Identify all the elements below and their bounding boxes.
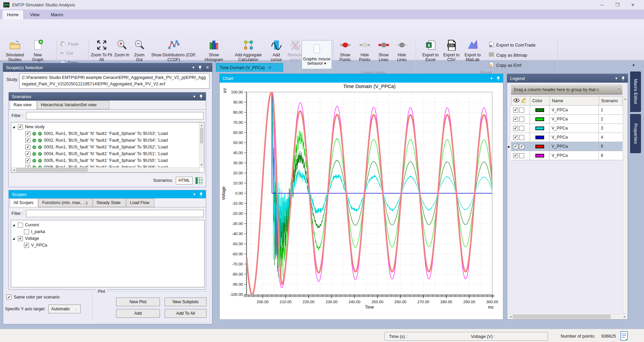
close-button[interactable]: ✕	[625, 0, 641, 10]
add-aggregate-calculation-button[interactable]: Add Aggregate Calculation	[229, 39, 267, 62]
show-lines-button[interactable]: Show Lines	[375, 39, 392, 62]
expander-icon[interactable]: ◢	[12, 237, 16, 240]
pen-checkbox[interactable]	[519, 117, 524, 122]
new-study-checkbox[interactable]	[18, 124, 23, 130]
legend-row-selected[interactable]: V_PPCa 5	[511, 142, 622, 151]
new-graph-button[interactable]: New Graph	[28, 39, 47, 62]
tab-functions[interactable]: Functions (min, max, ...)	[38, 198, 92, 207]
visibility-checkbox[interactable]	[513, 153, 518, 158]
zoom-to-fit-all-button[interactable]: Zoom To Fit All	[90, 39, 113, 62]
cut-button[interactable]: ✂ Cut	[60, 50, 73, 56]
scopes-filter-input[interactable]	[26, 210, 204, 217]
tree-row-scenario[interactable]: 0002, Run1, 'BUS_fault' 'N' 'fault1' 'Fa…	[12, 137, 203, 144]
scenarios-excel-icon[interactable]	[195, 177, 202, 184]
panel-dropdown-icon[interactable]: ▾	[193, 94, 195, 99]
export-to-comtrade-button[interactable]: Export to ComTrade	[488, 41, 536, 48]
scenarios-filter-input[interactable]	[26, 112, 204, 119]
tree-row-scenario[interactable]: 0001, Run1, 'BUS_fault' 'N' 'fault1' 'Fa…	[12, 130, 203, 137]
add-button[interactable]: Add	[116, 309, 160, 318]
tab-hierarchical-variationset-view[interactable]: Hierarchical VariationSet view	[37, 101, 109, 109]
pin-icon[interactable]	[199, 192, 203, 197]
legend-row[interactable]: V_PPCa 2	[511, 115, 622, 124]
legend-row[interactable]: V_PPCa 4	[511, 133, 622, 142]
copy-as-emf-button[interactable]: EMF Copy as Emf	[488, 62, 521, 68]
tab-load-flow[interactable]: Load Flow	[126, 198, 155, 207]
report-icon[interactable]	[620, 331, 628, 342]
tree-row-scenario[interactable]: 0004, Run1, 'BUS_fault' 'N' 'fault1' 'Fa…	[12, 150, 203, 157]
expander-icon[interactable]: ◢	[12, 223, 16, 227]
panel-dropdown-icon[interactable]: ▾	[193, 192, 195, 197]
copy-as-bitmap-button[interactable]: BMP Copy as Bitmap	[488, 52, 527, 58]
current-checkbox[interactable]	[18, 223, 23, 228]
time-domain-chart[interactable]: Time Domain (V_PPCa)kVVoltage-100.00-90.…	[220, 83, 503, 319]
tab-properties[interactable]: Properties	[630, 114, 641, 153]
pen-checkbox[interactable]	[519, 153, 524, 158]
pencil-icon[interactable]	[521, 98, 526, 104]
horizontal-scrollbar[interactable]: ◄	[11, 167, 200, 172]
zoom-in-button[interactable]: Zoom In	[114, 39, 130, 57]
legend-row[interactable]: V_PPCa 6	[511, 151, 622, 160]
hide-points-button[interactable]: Hide Points	[356, 39, 374, 62]
tab-steady-state[interactable]: Steady State	[93, 198, 126, 207]
legend-hscrollbar[interactable]: ◄ ►	[508, 314, 627, 319]
y-axis-target-select[interactable]: Automatic ⌄	[48, 305, 81, 313]
new-subplots-button[interactable]: New Subplots	[165, 297, 206, 306]
eye-icon[interactable]	[513, 98, 520, 104]
pen-checkbox[interactable]	[519, 126, 524, 131]
i-parka-checkbox[interactable]	[24, 229, 29, 234]
collapse-icon[interactable]: ^	[618, 88, 620, 92]
hide-lines-button[interactable]: Hide Lines	[393, 39, 410, 62]
visibility-checkbox[interactable]	[513, 117, 518, 122]
tab-view[interactable]: View	[24, 10, 45, 19]
maximize-button[interactable]: ❐	[610, 0, 625, 10]
pen-checkbox[interactable]	[519, 135, 524, 140]
column-header-color[interactable]: Color	[530, 96, 550, 105]
tab-macro-editor[interactable]: Macro Editor	[630, 72, 641, 112]
visibility-checkbox[interactable]	[513, 126, 518, 131]
show-points-button[interactable]: Show Points	[336, 39, 354, 62]
panel-dropdown-icon[interactable]: ▾	[192, 65, 194, 70]
tab-close-icon[interactable]: ✕	[268, 65, 272, 70]
add-cursor-button[interactable]: Add cursor	[269, 39, 284, 62]
v-ppca-checkbox[interactable]	[24, 243, 29, 248]
visibility-checkbox[interactable]	[513, 108, 518, 113]
paste-button[interactable]: Paste	[60, 41, 79, 48]
tree-row-voltage[interactable]: ◢Voltage	[12, 235, 203, 242]
column-header-scenario[interactable]: Scenario	[599, 96, 623, 105]
scenarios-html-button[interactable]: HTML	[176, 177, 193, 184]
legend-row[interactable]: V_PPCa 1	[511, 106, 622, 115]
new-plot-button[interactable]: New Plot	[116, 297, 160, 306]
pin-icon[interactable]	[497, 76, 500, 81]
scenario-checkbox[interactable]	[25, 131, 30, 136]
tree-row-v-ppca[interactable]: V_PPCa	[12, 242, 203, 249]
graphic-mouse-behavior-button[interactable]: Graphic mouse behavior ▾	[302, 40, 332, 69]
group-by-hint[interactable]: Drag a column header here to group by th…	[511, 85, 622, 95]
legend-row[interactable]: V_PPCa 3	[511, 124, 622, 133]
pin-icon[interactable]	[198, 65, 202, 70]
tree-row-scenario[interactable]: 0003, Run1, 'BUS_fault' 'N' 'fault1' 'Fa…	[12, 144, 203, 150]
show-distributions-button[interactable]: Show Distributions (CDF, CCDF)	[149, 39, 198, 62]
study-path-field[interactable]: C:\Parametric Studio EMTP\EPRI example C…	[19, 73, 209, 89]
tree-row-scenario[interactable]: 0005, Run1, 'BUS_fault' 'N' 'fault1' 'Fa…	[12, 157, 203, 164]
pen-checkbox[interactable]	[519, 144, 524, 149]
minimize-button[interactable]: ─	[594, 0, 610, 10]
tree-row-i-parka[interactable]: I_parka	[12, 228, 203, 235]
column-header-name[interactable]: Name	[550, 96, 599, 105]
tab-macro[interactable]: Macro	[46, 10, 68, 19]
scenario-checkbox[interactable]	[25, 145, 30, 150]
close-panel-icon[interactable]: ✕	[206, 65, 209, 70]
add-to-all-button[interactable]: Add To All	[165, 309, 206, 318]
pin-icon[interactable]	[621, 76, 625, 81]
pin-icon[interactable]	[199, 94, 203, 99]
simulated-studies-button[interactable]: Simulated Studies	[3, 39, 27, 62]
panel-dropdown-icon[interactable]: ▾	[615, 76, 617, 81]
scenario-checkbox[interactable]	[25, 138, 30, 143]
export-to-excel-button[interactable]: X Export to Excel	[420, 39, 441, 62]
scenario-checkbox[interactable]	[25, 158, 30, 163]
export-to-matlab-button[interactable]: Export to MatLab	[462, 39, 483, 62]
same-color-checkbox[interactable]	[6, 294, 11, 300]
tab-raw-view[interactable]: Raw view	[10, 101, 37, 109]
export-to-csv-button[interactable]: CSV Export to CSV	[442, 39, 461, 62]
visibility-checkbox[interactable]	[513, 144, 518, 149]
tab-all-scopes[interactable]: All Scopes	[10, 198, 38, 207]
